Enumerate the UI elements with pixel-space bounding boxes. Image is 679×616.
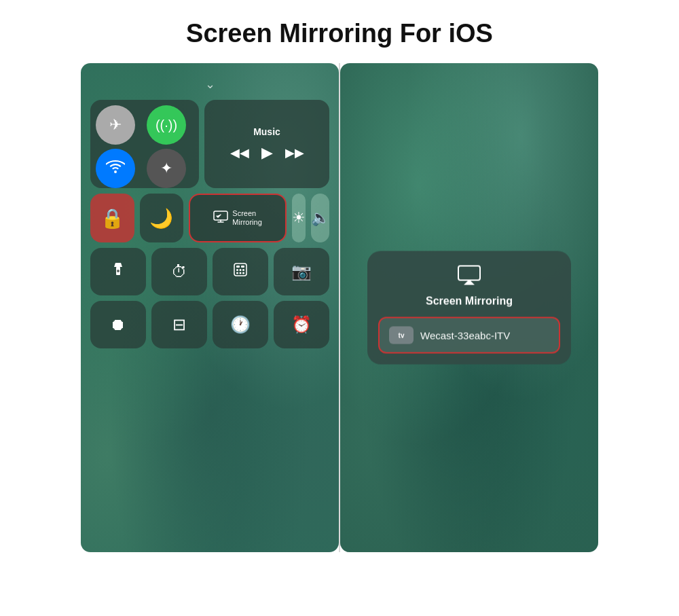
- svg-point-11: [242, 272, 244, 274]
- brightness-slider[interactable]: ☀: [292, 194, 306, 242]
- volume-slider[interactable]: 🔈: [311, 194, 329, 242]
- airplay-icon: [457, 265, 481, 291]
- control-center-panel: ⌄ ✈ ((·)): [81, 63, 339, 552]
- chevron-down-icon: ⌄: [90, 77, 329, 92]
- flashlight-icon: [110, 261, 126, 282]
- appletv-label: tv: [399, 331, 405, 339]
- clock-icon: 🕐: [230, 315, 251, 334]
- popup-header: Screen Mirroring: [378, 265, 560, 308]
- moon-icon: 🌙: [149, 207, 173, 230]
- svg-rect-12: [458, 266, 480, 280]
- screen-mirroring-button[interactable]: ScreenMirroring: [189, 194, 287, 242]
- brightness-icon: ☀: [292, 209, 306, 227]
- wifi-icon: [106, 157, 125, 180]
- calculator-button[interactable]: [213, 248, 268, 295]
- clock-button[interactable]: 🕐: [213, 301, 268, 348]
- do-not-disturb-button[interactable]: 🌙: [140, 194, 184, 242]
- svg-rect-5: [241, 266, 244, 268]
- bluetooth-button[interactable]: ✦: [147, 149, 186, 188]
- top-row: ✈ ((·)) ✦: [90, 100, 329, 188]
- bluetooth-icon: ✦: [160, 160, 172, 177]
- flashlight-button[interactable]: [90, 248, 146, 295]
- svg-rect-4: [236, 266, 240, 268]
- lock-icon: 🔒: [100, 207, 124, 230]
- wifi-button[interactable]: [96, 149, 135, 188]
- page-title: Screen Mirroring For iOS: [0, 0, 679, 63]
- screen-lock-button[interactable]: 🔒: [90, 194, 134, 242]
- connectivity-grid: ✈ ((·)) ✦: [90, 100, 199, 188]
- svg-point-6: [236, 269, 238, 271]
- record-icon: ⏺: [110, 315, 126, 334]
- device-row[interactable]: tv Wecast-33eabc-ITV: [378, 317, 560, 354]
- music-label: Music: [253, 126, 280, 137]
- toggle-icon: ⊟: [172, 315, 186, 334]
- device-name: Wecast-33eabc-ITV: [420, 329, 510, 341]
- fast-forward-button[interactable]: ▶▶: [285, 145, 304, 160]
- toggle-button[interactable]: ⊟: [151, 301, 207, 348]
- screen-mirroring-popup: Screen Mirroring tv Wecast-33eabc-ITV: [367, 251, 571, 365]
- timer-button[interactable]: ⏱: [151, 248, 207, 295]
- camera-button[interactable]: 📷: [274, 248, 329, 295]
- popup-title: Screen Mirroring: [426, 295, 513, 308]
- wifi-signal-button[interactable]: ((·)): [147, 105, 186, 145]
- volume-icon: 🔈: [311, 209, 329, 227]
- screen-mirroring-icon: [213, 211, 228, 226]
- calculator-icon: [233, 262, 248, 281]
- screenshots-container: ⌄ ✈ ((·)): [0, 63, 679, 552]
- music-controls: ◀◀ ▶ ▶▶: [230, 144, 304, 162]
- timer-icon: ⏱: [171, 262, 187, 281]
- svg-point-7: [240, 269, 242, 271]
- alarm-icon: ⏰: [291, 315, 312, 334]
- screen-mirroring-label: ScreenMirroring: [232, 209, 261, 227]
- svg-rect-0: [214, 211, 227, 220]
- appletv-icon: tv: [389, 327, 414, 344]
- svg-point-2: [117, 270, 120, 272]
- camera-icon: 📷: [291, 262, 312, 281]
- second-row: 🔒 🌙 ScreenMirroring: [90, 194, 329, 242]
- wifi-signal-icon: ((·)): [155, 117, 177, 133]
- tools-row: ⏱: [90, 248, 329, 295]
- right-screenshot: Screen Mirroring tv Wecast-33eabc-ITV: [340, 63, 598, 552]
- airplane-mode-button[interactable]: ✈: [96, 105, 135, 145]
- svg-point-9: [236, 272, 238, 274]
- airplane-icon: ✈: [109, 116, 122, 134]
- play-button[interactable]: ▶: [261, 144, 273, 162]
- alarm-button[interactable]: ⏰: [274, 301, 329, 348]
- left-screenshot: ⌄ ✈ ((·)): [81, 63, 339, 552]
- svg-point-8: [242, 269, 244, 271]
- rewind-button[interactable]: ◀◀: [230, 145, 249, 160]
- bottom-row: ⏺ ⊟ 🕐 ⏰: [90, 301, 329, 348]
- music-panel: Music ◀◀ ▶ ▶▶: [204, 100, 329, 188]
- svg-point-10: [240, 272, 242, 274]
- screen-record-button[interactable]: ⏺: [90, 301, 146, 348]
